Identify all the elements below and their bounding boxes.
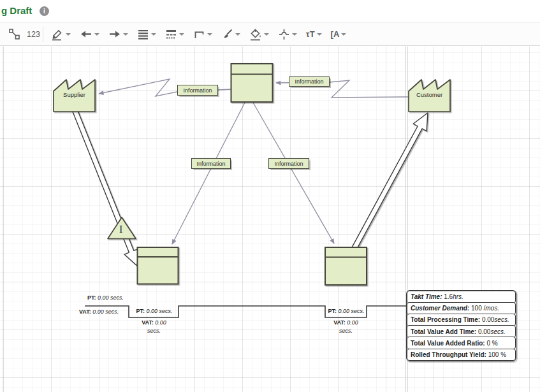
supplier-label: Supplier — [54, 91, 95, 98]
metrics-row-customer-demand[interactable]: Customer Demand: 100 / mos. — [407, 302, 516, 315]
process1-box[interactable] — [138, 247, 179, 284]
line-style-icon — [137, 28, 149, 40]
toolbar-separator — [43, 27, 43, 42]
fill-color-button[interactable] — [249, 28, 269, 41]
info-arrow-to-process1[interactable] — [172, 103, 245, 244]
pt-key: PT: — [136, 308, 145, 314]
dashed-lines-icon — [165, 28, 177, 40]
metric-value: 0.00 — [482, 316, 494, 323]
metric-label: Customer Demand: — [411, 305, 469, 312]
dropdown-caret — [341, 33, 346, 36]
line-jumps-button[interactable] — [278, 28, 297, 40]
metrics-row-takt-time[interactable]: Takt Time: 1.6 hrs. — [407, 291, 516, 303]
font-size-icon: τT — [306, 29, 315, 39]
metric-label: Total Processing Time: — [411, 316, 480, 323]
metric-label: Total Value Added Ratio: — [411, 340, 485, 347]
production-control-box[interactable] — [231, 64, 273, 102]
metric-unit: secs. — [494, 316, 509, 323]
metric-value: 0.00 — [478, 328, 490, 335]
document-title: g Draft — [1, 5, 32, 16]
customer-label: Customer — [409, 91, 450, 98]
metrics-row-rolled-throughput-yield[interactable]: Rolled Throughput Yield: 100 % — [407, 349, 516, 361]
text-align-button[interactable]: [A — [331, 29, 347, 39]
vat-key: VAT: — [142, 319, 154, 326]
pt-key: PT: — [328, 308, 337, 314]
information-label-supplier[interactable]: Information — [177, 85, 218, 96]
dropdown-caret — [94, 33, 99, 36]
metric-label: Rolled Throughput Yield: — [411, 351, 486, 358]
metric-unit: mos. — [485, 305, 499, 312]
process2-box[interactable] — [325, 247, 367, 285]
information-label-text: Information — [196, 161, 225, 167]
pt-value: 0.00 secs. — [338, 308, 364, 314]
paint-bucket-icon — [249, 28, 262, 41]
title-bar: g Draft i — [0, 0, 540, 22]
metric-value: 100 / — [471, 305, 485, 312]
format-toolbar: 123 — [0, 22, 540, 46]
metric-unit: hrs. — [453, 293, 463, 300]
timeline-seg2-pt: PT: 0.00 secs. — [131, 308, 178, 314]
line-jump-icon — [278, 28, 290, 40]
diagram-canvas[interactable]: Supplier Customer I Information Informat… — [0, 47, 540, 392]
arrow-left-icon — [80, 28, 92, 40]
vat-key: VAT: — [333, 319, 346, 326]
info-icon[interactable]: i — [40, 6, 49, 16]
information-label-text: Information — [295, 78, 323, 85]
timeline-seg1-pt: PT: 0.00 secs. — [87, 294, 124, 301]
shipment-arrow-supplier-to-process1[interactable] — [72, 109, 138, 266]
metric-value: 1.6 — [444, 293, 453, 300]
timeline-seg3-vat: VAT: 0.00 secs. — [328, 319, 363, 335]
info-arrow-to-process2[interactable] — [253, 103, 334, 243]
metric-value: 100 % — [488, 351, 506, 358]
pencil-icon — [51, 28, 64, 41]
metrics-table[interactable]: Takt Time: 1.6 hrs. Customer Demand: 100… — [406, 290, 516, 361]
dropdown-caret — [123, 33, 128, 36]
text-align-icon: [A — [331, 29, 340, 39]
elbow-connector-icon — [193, 28, 205, 40]
font-size-button[interactable]: τT — [306, 29, 322, 39]
timeline-seg3-pt: PT: 0.00 secs. — [323, 308, 370, 314]
numbered-items-button[interactable]: 123 — [27, 30, 40, 39]
information-label-text: Information — [274, 161, 303, 167]
waypoints-icon — [8, 28, 20, 40]
dropdown-caret — [292, 33, 297, 36]
connector-style-button[interactable] — [193, 28, 212, 40]
information-label-process1[interactable]: Information — [191, 158, 231, 169]
dropdown-caret — [207, 33, 212, 36]
shipment-arrow-process2-to-customer[interactable] — [353, 113, 428, 249]
metrics-row-total-processing-time[interactable]: Total Processing Time: 0.00 secs. — [407, 314, 516, 326]
pt-value: 0.00 secs. — [146, 308, 172, 314]
inventory-label: I — [119, 224, 122, 235]
dropdown-caret — [264, 33, 269, 36]
dropdown-caret — [235, 33, 240, 36]
line-style-button[interactable] — [137, 28, 156, 40]
brush-icon — [221, 28, 233, 40]
metric-label: Total Value Add Time: — [411, 328, 476, 335]
dropdown-caret — [66, 33, 71, 36]
metric-label: Takt Time: — [411, 293, 442, 300]
pt-value: 0.00 secs. — [98, 294, 124, 301]
information-label-text: Information — [183, 87, 212, 94]
timeline-seg2-vat: VAT: 0.00 secs. — [136, 319, 171, 335]
dropdown-caret — [179, 33, 184, 36]
waypoint-style-button[interactable] — [165, 28, 184, 40]
timeline-seg1-vat: VAT: 0.00 secs. — [79, 309, 119, 315]
metric-unit: secs. — [490, 328, 505, 335]
vat-key: VAT: — [79, 309, 91, 315]
numbered-items-icon: 123 — [27, 30, 40, 39]
waypoints-button[interactable] — [8, 28, 20, 40]
edge-color-button[interactable] — [51, 28, 71, 41]
information-label-process2[interactable]: Information — [268, 158, 309, 169]
vat-value: 0.00 secs. — [92, 309, 119, 315]
metric-value: 0 % — [486, 340, 497, 347]
arrow-end-button[interactable] — [108, 28, 128, 40]
metrics-row-total-value-added-ratio[interactable]: Total Value Added Ratio: 0 % — [407, 337, 516, 349]
brush-style-button[interactable] — [221, 28, 240, 40]
dropdown-caret — [151, 33, 156, 36]
information-label-customer[interactable]: Information — [289, 76, 330, 87]
dropdown-caret — [317, 33, 322, 36]
metrics-row-total-value-add-time[interactable]: Total Value Add Time: 0.00 secs. — [407, 325, 516, 338]
info-icon-glyph: i — [43, 8, 45, 15]
arrow-start-button[interactable] — [80, 28, 99, 40]
arrow-right-icon — [108, 28, 121, 40]
